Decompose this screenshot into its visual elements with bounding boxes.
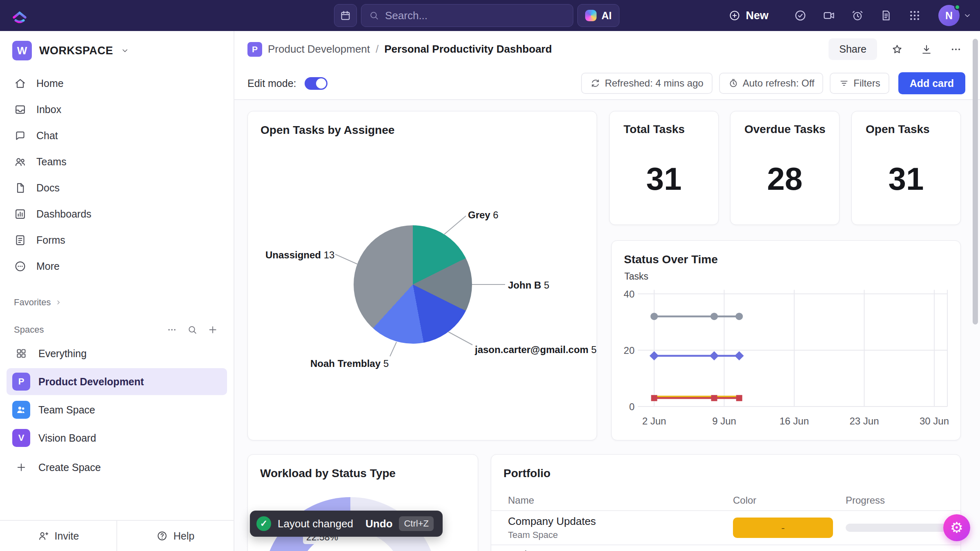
download-icon bbox=[920, 43, 933, 56]
ellipsis-icon bbox=[950, 43, 962, 56]
sidebar-item-more[interactable]: More bbox=[0, 253, 234, 279]
toggle-knob bbox=[316, 78, 326, 89]
portfolio-table-header: Name Color Progress bbox=[491, 491, 960, 511]
sidebar-space-everything[interactable]: Everything bbox=[7, 340, 227, 367]
sidebar-item-docs[interactable]: Docs bbox=[0, 175, 234, 201]
svg-text:16 Jun: 16 Jun bbox=[780, 415, 809, 427]
topbar-doc-button[interactable] bbox=[879, 8, 893, 23]
refresh-icon bbox=[590, 78, 601, 89]
more-options-button[interactable] bbox=[947, 40, 965, 59]
portfolio-item-name[interactable]: Company Updates bbox=[508, 515, 733, 528]
workspace-switcher[interactable]: W WORKSPACE bbox=[0, 31, 234, 70]
favorites-label: Favorites bbox=[14, 297, 51, 308]
svg-text:30 Jun: 30 Jun bbox=[920, 415, 949, 427]
sidebar-item-label: Inbox bbox=[36, 104, 61, 116]
topbar-icon-group bbox=[793, 8, 922, 23]
new-button[interactable]: New bbox=[728, 9, 768, 22]
stat-value: 28 bbox=[731, 136, 839, 224]
sidebar-item-chat[interactable]: Chat bbox=[0, 122, 234, 149]
space-initial-badge: P bbox=[12, 373, 30, 391]
spaces-search-button[interactable] bbox=[185, 323, 199, 337]
auto-refresh-chip[interactable]: Auto refresh: Off bbox=[719, 73, 824, 94]
card-title: Status Over Time bbox=[624, 253, 718, 266]
create-space-button[interactable]: Create Space bbox=[7, 454, 227, 481]
pie-slice-label: Unassigned 13 bbox=[265, 249, 334, 261]
search-icon bbox=[187, 324, 198, 335]
spaces-more-button[interactable] bbox=[165, 323, 179, 337]
breadcrumb: P Product Development / Personal Product… bbox=[247, 42, 552, 57]
portfolio-item-name[interactable]: Projects bbox=[508, 549, 733, 551]
breadcrumb-space[interactable]: Product Development bbox=[268, 43, 370, 56]
settings-fab-button[interactable]: ⚙ bbox=[943, 514, 970, 541]
card-open-tasks[interactable]: Open Tasks 31 bbox=[851, 111, 961, 225]
topbar-video-button[interactable] bbox=[822, 8, 836, 23]
account-menu[interactable]: N bbox=[938, 5, 972, 26]
stat-title: Total Tasks bbox=[610, 123, 718, 136]
column-header-color: Color bbox=[733, 495, 846, 506]
card-title: Workload by Status Type bbox=[260, 467, 396, 480]
table-row[interactable]: Company Updates Team Space - bbox=[491, 511, 960, 545]
assignee-pie-chart bbox=[354, 225, 472, 344]
sidebar-spaces-list: EverythingPProduct DevelopmentTeam Space… bbox=[0, 339, 234, 453]
card-portfolio[interactable]: Portfolio Name Color Progress Company Up… bbox=[491, 454, 961, 551]
sidebar-item-teams[interactable]: Teams bbox=[0, 149, 234, 175]
card-total-tasks[interactable]: Total Tasks 31 bbox=[609, 111, 719, 225]
help-button[interactable]: Help bbox=[116, 521, 234, 551]
topbar-alarm-button[interactable] bbox=[850, 8, 865, 23]
filters-button[interactable]: Filters bbox=[830, 73, 889, 94]
space-label: Product Development bbox=[38, 376, 144, 388]
invite-button[interactable]: Invite bbox=[0, 521, 116, 551]
people-icon bbox=[16, 404, 27, 415]
gear-icon: ⚙ bbox=[950, 519, 963, 536]
card-open-tasks-by-assignee[interactable]: Open Tasks by Assignee Grey 6John B 5jas… bbox=[247, 111, 597, 440]
card-status-over-time[interactable]: 402002 Jun9 Jun16 Jun23 Jun30 Jun Status… bbox=[611, 240, 961, 440]
portfolio-color-bar[interactable]: - bbox=[733, 518, 833, 538]
column-header-progress: Progress bbox=[846, 495, 960, 506]
sidebar-space-team-space[interactable]: Team Space bbox=[7, 396, 227, 423]
undo-button[interactable]: Undo bbox=[365, 518, 392, 530]
ai-button[interactable]: AI bbox=[577, 4, 619, 27]
dashboards-icon bbox=[14, 208, 27, 220]
sidebar-item-label: Chat bbox=[36, 130, 58, 142]
status-line-chart: 402002 Jun9 Jun16 Jun23 Jun30 Jun bbox=[612, 241, 961, 441]
topbar-check-circle-button[interactable] bbox=[793, 8, 808, 23]
sidebar-item-dashboards[interactable]: Dashboards bbox=[0, 201, 234, 227]
edit-mode-label: Edit mode: bbox=[247, 78, 296, 89]
home-icon bbox=[14, 77, 27, 90]
video-icon bbox=[822, 9, 835, 22]
chevron-right-icon bbox=[55, 299, 62, 306]
refreshed-chip[interactable]: Refreshed: 4 mins ago bbox=[581, 73, 712, 94]
spaces-add-button[interactable] bbox=[206, 323, 220, 337]
edit-mode-toggle[interactable] bbox=[305, 77, 327, 90]
download-button[interactable] bbox=[917, 40, 936, 59]
card-title: Portfolio bbox=[503, 467, 550, 480]
topbar-grid-button[interactable] bbox=[907, 8, 922, 23]
page-header: P Product Development / Personal Product… bbox=[234, 31, 980, 67]
share-button[interactable]: Share bbox=[829, 38, 877, 60]
sidebar-space-vision-board[interactable]: VVision Board bbox=[7, 424, 227, 451]
vertical-scrollbar[interactable] bbox=[973, 39, 978, 324]
sidebar-item-home[interactable]: Home bbox=[0, 70, 234, 96]
plus-circle-icon bbox=[728, 9, 741, 22]
chevron-down-icon bbox=[120, 46, 129, 55]
check-circle-icon bbox=[794, 9, 807, 22]
space-badge: P bbox=[247, 42, 262, 57]
ai-icon bbox=[585, 10, 597, 21]
clickup-logo-icon[interactable] bbox=[11, 7, 29, 24]
favorite-star-button[interactable] bbox=[888, 40, 906, 59]
sidebar-item-forms[interactable]: Forms bbox=[0, 227, 234, 253]
stat-value: 31 bbox=[610, 136, 718, 224]
favorites-section[interactable]: Favorites bbox=[0, 294, 234, 311]
sidebar-item-inbox[interactable]: Inbox bbox=[0, 96, 234, 122]
card-overdue-tasks[interactable]: Overdue Tasks 28 bbox=[730, 111, 840, 225]
plus-icon bbox=[207, 324, 218, 335]
refreshed-label: Refreshed: 4 mins ago bbox=[605, 78, 703, 89]
sidebar-space-product-development[interactable]: PProduct Development bbox=[7, 368, 227, 395]
column-header-name: Name bbox=[508, 495, 733, 506]
table-row[interactable]: Projects bbox=[491, 545, 960, 551]
calendar-button[interactable] bbox=[334, 4, 357, 27]
avatar-initial: N bbox=[945, 10, 953, 22]
add-card-button[interactable]: Add card bbox=[898, 72, 965, 94]
page-title: Personal Productivity Dashboard bbox=[384, 43, 552, 56]
search-input[interactable]: Search... bbox=[361, 4, 573, 27]
